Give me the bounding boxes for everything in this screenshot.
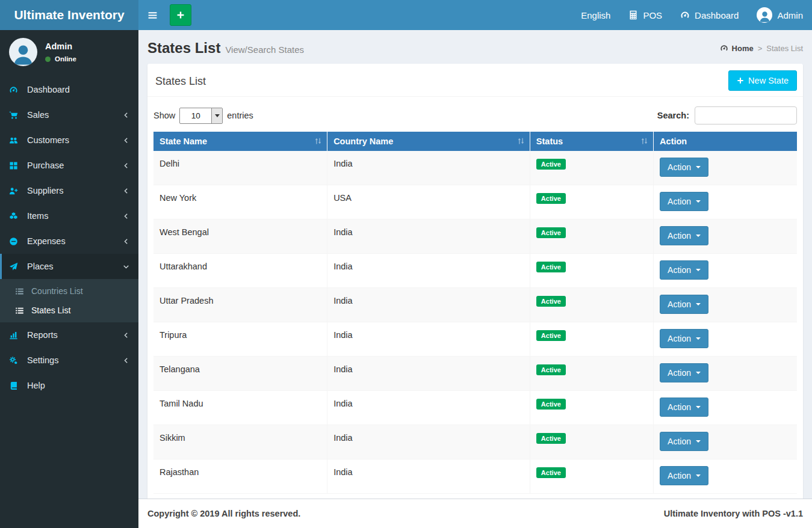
status-cell: Active [530,254,653,288]
sidebar-item-expenses[interactable]: Expenses [0,229,138,254]
nav-language-label: English [581,10,610,20]
column-header-country-name[interactable]: Country Name [327,132,530,151]
quick-add-button[interactable] [170,4,191,26]
country-name-cell: India [327,425,530,459]
sidebar-item-label: Expenses [27,236,66,246]
table-row: Rajasthan India Active Action [153,459,797,494]
sidebar-item-icon [9,161,23,170]
content-area: States ListView/Search States Home > Sta… [138,30,812,499]
sidebar-item-places[interactable]: Places [0,254,138,279]
sidebar-item-label: Settings [27,355,58,365]
new-state-button[interactable]: New State [728,70,797,91]
action-cell: Action [654,357,797,391]
page-title-text: States List [147,40,220,56]
sidebar-item-label: Suppliers [27,186,63,195]
breadcrumb: Home > States List [720,44,803,53]
page-length-value: 10 [180,108,211,123]
state-name-cell: Delhi [153,151,327,185]
sidebar-user-info: Admin Online [45,41,76,63]
table-row: Uttar Pradesh India Active Action [153,288,797,322]
row-action-button[interactable]: Action [660,432,708,451]
breadcrumb-home[interactable]: Home [720,44,754,53]
state-name-cell: Telangana [153,357,327,391]
sidebar-item-dashboard[interactable]: Dashboard [0,77,138,102]
footer: Copyright © 2019 All rights reserved. Ul… [138,499,812,528]
row-action-button[interactable]: Action [660,363,708,382]
row-action-button[interactable]: Action [660,158,708,177]
status-cell: Active [530,219,653,254]
show-label: Show [153,111,175,120]
sidebar-item-items[interactable]: Items [0,203,138,229]
calculator-icon [628,10,638,20]
action-cell: Action [654,425,797,459]
row-action-button[interactable]: Action [660,192,708,211]
row-action-button[interactable]: Action [660,398,708,417]
status-cell: Active [530,185,653,219]
sidebar-item-sales[interactable]: Sales [0,102,138,127]
sidebar-item-label: Help [27,381,45,390]
row-action-button[interactable]: Action [660,329,708,348]
navbar-links: English POS Dashboard Admin [572,0,812,30]
row-action-button[interactable]: Action [660,226,708,245]
column-header-status[interactable]: Status [530,132,653,151]
status-cell: Active [530,151,653,185]
navbar-main: English POS Dashboard Admin [138,0,812,30]
chevron-left-icon [123,213,129,219]
row-action-button[interactable]: Action [660,260,708,280]
list-icon [15,287,29,296]
nav-user-menu[interactable]: Admin [748,0,812,30]
sidebar-subitem-countries-list[interactable]: Countries List [0,281,138,301]
country-name-cell: India [327,288,530,322]
chevron-left-icon [123,332,129,339]
table-row: Tamil Nadu India Active Action [153,391,797,425]
sidebar-toggle-button[interactable] [138,0,166,30]
table-row: New York USA Active Action [153,185,797,219]
sidebar-item-suppliers[interactable]: Suppliers [0,178,138,203]
brand-logo[interactable]: Ultimate Inventory [0,0,138,30]
country-name-cell: India [327,254,530,288]
column-header-label: Country Name [333,137,393,146]
row-action-label: Action [668,231,691,241]
row-action-button[interactable]: Action [660,295,708,314]
row-action-label: Action [668,437,691,446]
search-input[interactable] [695,106,797,124]
sidebar-item-settings[interactable]: Settings [0,348,138,373]
plus-icon [737,77,744,84]
box-title: States List [153,70,206,88]
caret-down-icon [696,372,701,374]
new-state-button-label: New State [748,76,789,85]
nav-pos-label: POS [643,10,662,20]
country-name-cell: India [327,357,530,391]
sidebar-item-reports[interactable]: Reports [0,322,138,348]
column-header-state-name[interactable]: State Name [153,132,327,151]
action-cell: Action [654,219,797,254]
chevron-left-icon [123,238,129,245]
sidebar-item-icon [9,381,23,390]
plus-icon [176,11,185,19]
action-cell: Action [654,254,797,288]
state-name-cell: Uttarakhand [153,254,327,288]
row-action-label: Action [668,368,691,378]
sidebar-item-customers[interactable]: Customers [0,127,138,153]
nav-pos[interactable]: POS [619,0,671,30]
row-action-button[interactable]: Action [660,466,708,485]
table-footer: Showing 1 to 10 of 31 entries Previous12… [153,494,797,499]
sidebar-subitem-states-list[interactable]: States List [0,301,138,320]
sidebar-item-icon [9,136,23,145]
sidebar-item-purchase[interactable]: Purchase [0,153,138,178]
nav-dashboard[interactable]: Dashboard [671,0,748,30]
states-table: State Name Country Name Status Action De… [153,132,797,494]
status-badge: Active [536,330,566,341]
sidebar-item-label: Dashboard [27,85,70,94]
action-cell: Action [654,288,797,322]
nav-language[interactable]: English [572,0,619,30]
dashboard-icon [680,10,690,20]
table-row: Sikkim India Active Action [153,425,797,459]
caret-down-icon [696,200,701,203]
sidebar-item-help[interactable]: Help [0,373,138,398]
page-length-select[interactable]: 10 [179,108,223,124]
status-cell: Active [530,357,653,391]
search-label: Search: [657,111,689,120]
status-badge: Active [536,262,566,272]
row-action-label: Action [668,162,691,172]
